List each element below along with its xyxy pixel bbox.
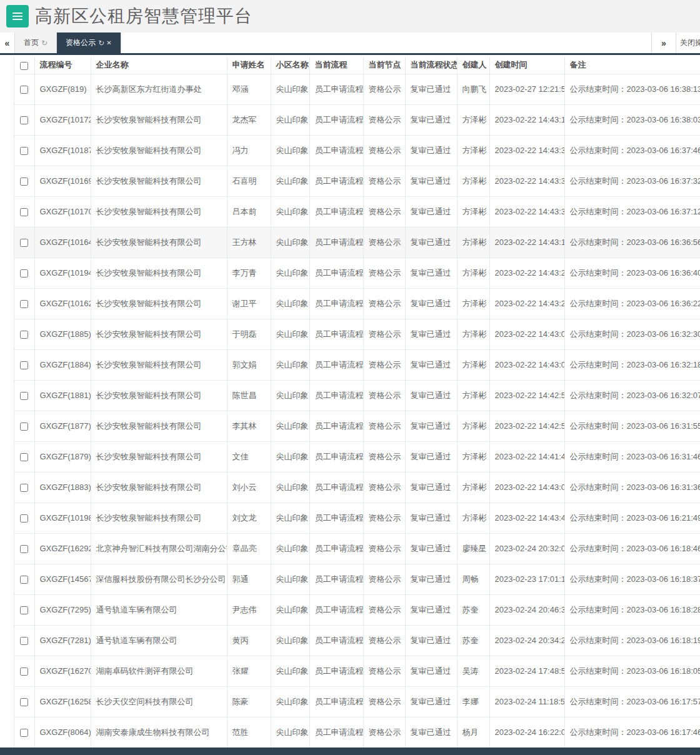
table-row[interactable]: GXGZF(7281)通号轨道车辆有限公司黄丙尖山印象员工申请流程资格公示复审已… bbox=[0, 625, 700, 656]
row-checkbox[interactable] bbox=[20, 453, 28, 461]
table-row[interactable]: GXGZF(1877)长沙安牧泉智能科技有限公司李其林尖山印象员工申请流程资格公… bbox=[0, 411, 700, 441]
select-all-checkbox[interactable] bbox=[20, 62, 28, 70]
table-row[interactable]: GXGZF(10170)长沙安牧泉智能科技有限公司吕本前尖山印象员工申请流程资格… bbox=[0, 196, 700, 227]
column-header-remark: 备注 bbox=[564, 57, 700, 74]
row-checkbox[interactable] bbox=[20, 239, 28, 247]
row-checkbox[interactable] bbox=[20, 698, 28, 706]
table-row[interactable]: GXGZF(10169)长沙安牧泉智能科技有限公司石喜明尖山印象员工申请流程资格… bbox=[0, 166, 700, 196]
menu-toggle-button[interactable] bbox=[6, 5, 29, 28]
table-row[interactable]: GXGZF(1879)长沙安牧泉智能科技有限公司文佳尖山印象员工申请流程资格公示… bbox=[0, 441, 700, 472]
row-checkbox[interactable] bbox=[20, 331, 28, 339]
cell-id: GXGZF(10194) bbox=[34, 258, 91, 288]
cell-applicant: 龙杰军 bbox=[227, 104, 271, 135]
row-checkbox[interactable] bbox=[20, 637, 28, 645]
cell-applicant: 冯力 bbox=[227, 135, 271, 166]
table-row[interactable]: GXGZF(7295)通号轨道车辆有限公司尹志伟尖山印象员工申请流程资格公示复审… bbox=[0, 594, 700, 625]
row-checkbox-cell bbox=[14, 717, 34, 748]
row-checkbox-cell bbox=[14, 502, 34, 533]
row-checkbox[interactable] bbox=[20, 729, 28, 737]
row-checkbox[interactable] bbox=[20, 116, 28, 124]
row-checkbox[interactable] bbox=[20, 361, 28, 369]
cell-creator: 周畅 bbox=[457, 564, 489, 594]
row-checkbox[interactable] bbox=[20, 422, 28, 431]
table-row[interactable]: GXGZF(819)长沙高新区东方红街道办事处邓涵尖山印象员工申请流程资格公示复… bbox=[0, 74, 700, 104]
row-checkbox-cell bbox=[14, 625, 34, 656]
cell-process: 员工申请流程 bbox=[309, 502, 363, 533]
tab-bar: « 首页 ↻ 资格公示 ↻ ✕ » 关闭操作 bbox=[0, 32, 700, 55]
row-checkbox[interactable] bbox=[20, 86, 28, 94]
row-checkbox[interactable] bbox=[20, 668, 28, 676]
scroll-tabs-right-button[interactable]: » bbox=[651, 32, 676, 53]
close-operations-button[interactable]: 关闭操作 bbox=[676, 32, 700, 53]
row-checkbox-cell bbox=[14, 656, 34, 686]
table-row[interactable]: GXGZF(1881)长沙安牧泉智能科技有限公司陈世昌尖山印象员工申请流程资格公… bbox=[0, 380, 700, 411]
table-row[interactable]: GXGZF(10164)长沙安牧泉智能科技有限公司王方林尖山印象员工申请流程资格… bbox=[0, 227, 700, 258]
close-icon[interactable]: ✕ bbox=[106, 39, 111, 46]
scroll-tabs-left-button[interactable]: « bbox=[0, 32, 15, 53]
cell-creator: 方泽彬 bbox=[457, 135, 489, 166]
row-checkbox-cell bbox=[14, 349, 34, 380]
cell-id: GXGZF(10170) bbox=[34, 196, 91, 227]
cell-remark: 公示结束时间：2023-03-06 16:17:57 bbox=[564, 686, 700, 717]
cell-creator: 方泽彬 bbox=[457, 472, 489, 502]
row-gutter bbox=[0, 472, 14, 502]
table-row[interactable]: GXGZF(1883)长沙安牧泉智能科技有限公司刘小云尖山印象员工申请流程资格公… bbox=[0, 472, 700, 502]
row-checkbox[interactable] bbox=[20, 576, 28, 584]
row-checkbox[interactable] bbox=[20, 545, 28, 553]
table-row[interactable]: GXGZF(16270)湖南卓码软件测评有限公司张耀尖山印象员工申请流程资格公示… bbox=[0, 656, 700, 686]
table-row[interactable]: GXGZF(10162)长沙安牧泉智能科技有限公司谢卫平尖山印象员工申请流程资格… bbox=[0, 288, 700, 319]
cell-created: 2023-02-22 14:43:02 bbox=[489, 472, 564, 502]
row-checkbox[interactable] bbox=[20, 208, 28, 216]
cell-created: 2023-02-22 14:43:42 bbox=[489, 502, 564, 533]
row-checkbox-cell bbox=[14, 74, 34, 104]
tab-qualification-publicity[interactable]: 资格公示 ↻ ✕ bbox=[57, 32, 121, 53]
cell-node: 资格公示 bbox=[363, 349, 405, 380]
cell-remark: 公示结束时间：2023-03-06 16:18:37 bbox=[564, 564, 700, 594]
row-gutter bbox=[0, 625, 14, 656]
row-checkbox[interactable] bbox=[20, 147, 28, 155]
table-row[interactable]: GXGZF(10172)长沙安牧泉智能科技有限公司龙杰军尖山印象员工申请流程资格… bbox=[0, 104, 700, 135]
cell-created: 2023-02-24 20:32:07 bbox=[489, 533, 564, 564]
row-checkbox[interactable] bbox=[20, 300, 28, 308]
table-row[interactable]: GXGZF(10194)长沙安牧泉智能科技有限公司李万青尖山印象员工申请流程资格… bbox=[0, 258, 700, 288]
row-checkbox-cell bbox=[14, 380, 34, 411]
table-row[interactable]: GXGZF(10187)长沙安牧泉智能科技有限公司冯力尖山印象员工申请流程资格公… bbox=[0, 135, 700, 166]
column-header-community: 小区名称 bbox=[271, 57, 309, 74]
row-checkbox[interactable] bbox=[20, 484, 28, 492]
table-row[interactable]: GXGZF(1885)长沙安牧泉智能科技有限公司于明磊尖山印象员工申请流程资格公… bbox=[0, 319, 700, 349]
cell-id: GXGZF(10187) bbox=[34, 135, 91, 166]
row-checkbox-cell bbox=[14, 594, 34, 625]
cell-node: 资格公示 bbox=[363, 258, 405, 288]
column-header-applicant: 申请姓名 bbox=[227, 57, 271, 74]
cell-node: 资格公示 bbox=[363, 196, 405, 227]
row-checkbox[interactable] bbox=[20, 392, 28, 400]
row-checkbox[interactable] bbox=[20, 178, 28, 186]
table-row[interactable]: GXGZF(16258)长沙天仪空间科技有限公司陈豪尖山印象员工申请流程资格公示… bbox=[0, 686, 700, 717]
cell-created: 2023-02-22 14:43:01 bbox=[489, 349, 564, 380]
row-checkbox-cell bbox=[14, 686, 34, 717]
row-gutter bbox=[0, 411, 14, 441]
row-gutter bbox=[0, 380, 14, 411]
cell-process: 员工申请流程 bbox=[309, 441, 363, 472]
cell-node: 资格公示 bbox=[363, 104, 405, 135]
refresh-icon[interactable]: ↻ bbox=[41, 39, 48, 48]
cell-remark: 公示结束时间：2023-03-06 16:36:22 bbox=[564, 288, 700, 319]
tab-home[interactable]: 首页 ↻ bbox=[15, 32, 57, 53]
cell-id: GXGZF(819) bbox=[34, 74, 91, 104]
row-checkbox[interactable] bbox=[20, 514, 28, 522]
table-row[interactable]: GXGZF(14567)深信服科技股份有限公司长沙分公司郭通尖山印象员工申请流程… bbox=[0, 564, 700, 594]
cell-id: GXGZF(1881) bbox=[34, 380, 91, 411]
row-checkbox[interactable] bbox=[20, 269, 28, 278]
cell-applicant: 吕本前 bbox=[227, 196, 271, 227]
row-checkbox[interactable] bbox=[20, 606, 28, 614]
table-row[interactable]: GXGZF(1884)长沙安牧泉智能科技有限公司郭文娟尖山印象员工申请流程资格公… bbox=[0, 349, 700, 380]
table-row[interactable]: GXGZF(8064)湖南安泰康成生物科技有限公司范胜尖山印象员工申请流程资格公… bbox=[0, 717, 700, 748]
cell-remark: 公示结束时间：2023-03-06 16:18:19 bbox=[564, 625, 700, 656]
row-checkbox-cell bbox=[14, 288, 34, 319]
row-gutter bbox=[0, 319, 14, 349]
row-gutter bbox=[0, 166, 14, 196]
refresh-icon[interactable]: ↻ bbox=[98, 39, 104, 48]
table-row[interactable]: GXGZF(10198)长沙安牧泉智能科技有限公司刘文龙尖山印象员工申请流程资格… bbox=[0, 502, 700, 533]
cell-id: GXGZF(16292) bbox=[34, 533, 91, 564]
table-row[interactable]: GXGZF(16292)北京神舟智汇科技有限公司湖南分公司章晶亮尖山印象员工申请… bbox=[0, 533, 700, 564]
